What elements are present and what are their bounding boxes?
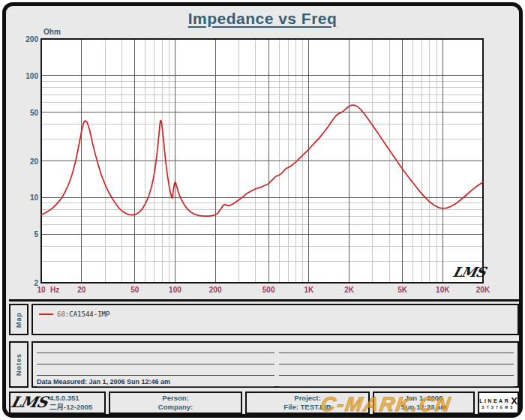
notes-rule-line: [37, 386, 274, 387]
measurement-time: Sun 12:23 am: [400, 403, 446, 412]
legend-item[interactable]: 68:CA1544-IMP: [39, 310, 110, 318]
svg-text:50: 50: [30, 109, 39, 117]
app-build-date: 二月-12-2005: [50, 403, 92, 412]
notes-rule-line: [279, 352, 514, 353]
svg-text:5: 5: [34, 230, 38, 238]
svg-text:2K: 2K: [344, 286, 355, 294]
svg-text:10: 10: [30, 194, 39, 202]
svg-text:50: 50: [130, 286, 140, 294]
linearx-word: LINEAR: [479, 398, 510, 404]
footer-person-cell: Person: Company:: [109, 392, 242, 414]
file-label: File: TEST.LIB: [284, 403, 331, 412]
svg-text:1K: 1K: [304, 286, 314, 294]
notes-rule-line: [279, 386, 514, 387]
x-axis-unit-label: Hz: [50, 286, 59, 294]
notes-label: Notes: [15, 353, 22, 376]
notes-rule-line: [279, 364, 514, 364]
lms-logo-footer: LMS: [9, 393, 50, 411]
svg-text:200: 200: [209, 286, 222, 294]
legend-curve-name: :CA1544-IMP: [65, 310, 110, 318]
linearx-wordmark: LINEARX: [479, 396, 518, 406]
notes-rule-line: [37, 375, 274, 376]
svg-text:2: 2: [34, 279, 38, 287]
company-label: Company:: [158, 403, 193, 412]
notes-rule-line: [37, 352, 274, 353]
lms-logo-plot: LMS: [451, 264, 487, 280]
svg-text:500: 500: [262, 286, 275, 294]
svg-text:20: 20: [30, 158, 39, 166]
svg-text:10K: 10K: [436, 286, 450, 294]
data-measured-note: Data Measured: Jan 1, 2006 Sun 12:46 am: [37, 378, 170, 386]
notes-panel-label-box: Notes: [9, 341, 28, 388]
y-axis-unit-label: Ohm: [44, 28, 61, 36]
notes-rule-line: [279, 375, 514, 376]
legend-curve-number: 68: [57, 310, 65, 318]
lms-measurement-window: Impedance vs Freq 1020501002005001K2K5K1…: [0, 0, 525, 420]
chart-section-divider: [9, 299, 519, 302]
svg-text:10: 10: [37, 286, 46, 294]
svg-text:100: 100: [26, 72, 38, 80]
footer-project-cell: Project: File: TEST.LIB: [245, 392, 370, 414]
notes-rule-line: [37, 364, 274, 364]
svg-text:200: 200: [26, 35, 38, 44]
svg-text:20: 20: [77, 286, 86, 294]
x-axis-tick-labels: 1020501002005001K2K5K10K20KHz: [37, 286, 490, 294]
footer-datetime-cell: Jan 1, 2006 Sun 12:23 am: [373, 392, 475, 414]
svg-text:5K: 5K: [398, 286, 408, 294]
legend-line-swatch: [39, 314, 53, 315]
linearx-x-glyph: X: [511, 396, 518, 406]
impedance-chart: 1020501002005001K2K5K10K20KHz20010050201…: [0, 0, 525, 303]
map-label: Map: [15, 312, 22, 328]
svg-text:20K: 20K: [476, 286, 490, 294]
measurement-date: Jan 1, 2006: [405, 394, 443, 403]
map-panel-label-box: Map: [9, 304, 28, 335]
app-version: 4.5.0.351: [50, 394, 80, 403]
map-panel: 68:CA1544-IMP: [32, 304, 519, 335]
svg-text:100: 100: [169, 286, 182, 294]
project-label: Project:: [294, 394, 320, 403]
y-axis-tick-labels: 20010050201052: [26, 35, 38, 287]
linearx-systems-word: SYSTEMS: [482, 406, 515, 410]
notes-panel[interactable]: Data Measured: Jan 1, 2006 Sun 12:46 am: [32, 341, 519, 388]
linearx-systems-logo: LINEARX SYSTEMS: [478, 392, 519, 414]
person-label: Person:: [162, 394, 188, 403]
